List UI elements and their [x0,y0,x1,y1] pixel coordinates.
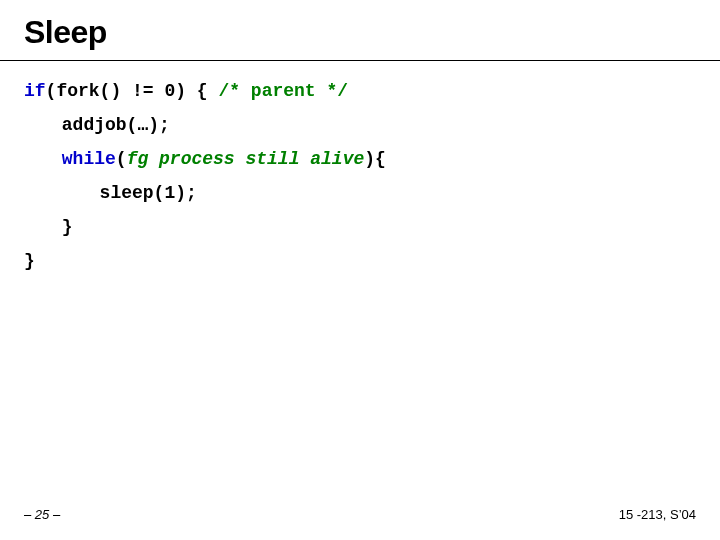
code-text: } [62,217,73,237]
comment: /* parent */ [218,81,348,101]
code-text: } [24,251,35,271]
footer-page-number: – 25 – [24,507,60,522]
code-line-4: sleep(1); [24,184,696,202]
code-line-3: while(fg process still alive){ [24,150,696,168]
code-line-6: } [24,252,696,270]
keyword-if: if [24,81,46,101]
code-text: sleep(1); [100,183,197,203]
code-text: addjob(…); [62,115,170,135]
code-line-5: } [24,218,696,236]
page-title: Sleep [24,14,107,51]
code-line-2: addjob(…); [24,116,696,134]
code-text: ){ [364,149,386,169]
code-line-1: if(fork() != 0) { /* parent */ [24,82,696,100]
code-text: (fork() != 0) { [46,81,219,101]
italic-condition: fg process still alive [127,149,365,169]
code-text: ( [116,149,127,169]
title-underline [0,60,720,61]
keyword-while: while [62,149,116,169]
code-block: if(fork() != 0) { /* parent */ addjob(…)… [24,82,696,270]
footer-course-id: 15 -213, S’04 [619,507,696,522]
slide: Sleep if(fork() != 0) { /* parent */ add… [0,0,720,540]
